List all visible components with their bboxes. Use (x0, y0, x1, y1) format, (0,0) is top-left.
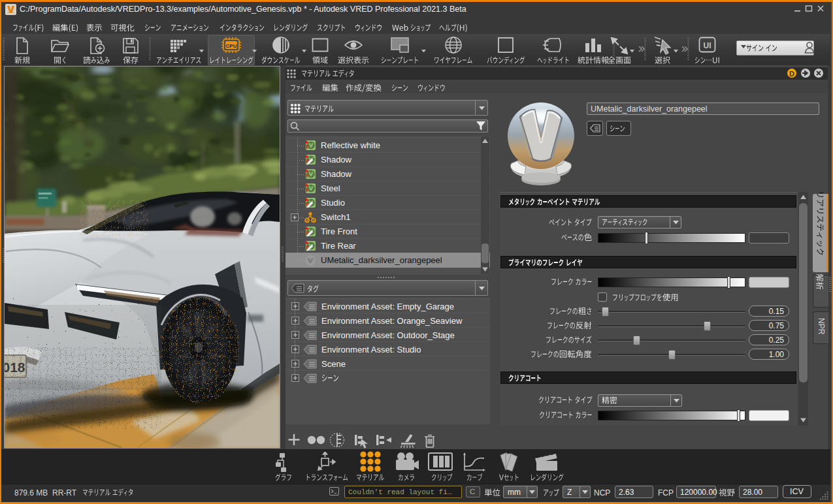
svg-text:D: D (789, 70, 794, 78)
svg-text:UI: UI (704, 41, 711, 50)
svg-text:CPU: CPU (226, 43, 237, 49)
